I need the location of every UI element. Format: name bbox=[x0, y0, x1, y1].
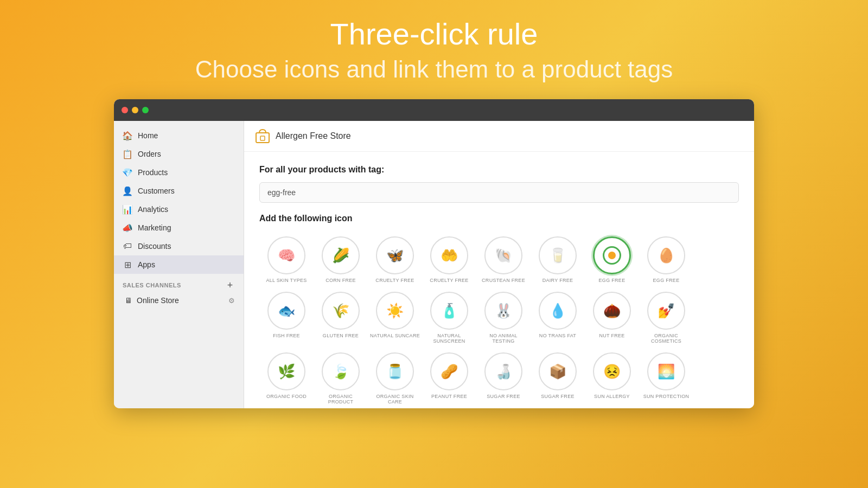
icon-circle-sugar-free-2: 📦 bbox=[539, 352, 577, 390]
icon-item-gluten-free[interactable]: 🌾GLUTEN FREE bbox=[314, 287, 368, 348]
icon-circle-cruelty-free-1: 🦋 bbox=[376, 236, 414, 274]
tag-input[interactable] bbox=[259, 182, 739, 203]
traffic-lights bbox=[122, 107, 149, 113]
orders-icon: 📋 bbox=[123, 149, 132, 159]
sidebar-item-analytics[interactable]: 📊 Analytics bbox=[114, 200, 244, 219]
icon-label-sun-protection: SUN PROTECTION bbox=[643, 394, 690, 399]
sidebar-item-discounts[interactable]: 🏷 Discounts bbox=[114, 237, 244, 255]
icon-label-natural-sunscreen: NATURAL SUNSCREEN bbox=[424, 333, 474, 344]
icon-label-all-skin-types: ALL SKIN TYPES bbox=[266, 278, 307, 283]
store-icon bbox=[255, 129, 270, 144]
icon-item-sun-allergy[interactable]: 😣SUN ALLERGY bbox=[585, 348, 639, 408]
sidebar-item-customers[interactable]: 👤 Customers bbox=[114, 182, 244, 200]
discounts-icon: 🏷 bbox=[123, 241, 132, 251]
icon-item-sugar-free-2[interactable]: 📦SUGAR FREE bbox=[531, 348, 585, 408]
icon-item-fish-free[interactable]: 🐟FISH FREE bbox=[259, 287, 314, 348]
icon-label-cruelty-free-2: CRUELTY FREE bbox=[430, 278, 468, 283]
icon-item-egg-free-1[interactable]: EGG FREE bbox=[585, 232, 639, 287]
icon-item-natural-sunscreen[interactable]: 🧴NATURAL SUNSCREEN bbox=[422, 287, 476, 348]
sidebar-item-orders-label: Orders bbox=[138, 150, 161, 158]
icon-item-organic-product[interactable]: 🍃ORGANIC PRODUCT bbox=[314, 348, 368, 408]
icon-circle-organic-skin-care: 🫙 bbox=[376, 352, 414, 390]
icon-label-organic-product: ORGANIC PRODUCT bbox=[316, 394, 366, 404]
svg-rect-1 bbox=[260, 136, 265, 140]
main-title: Three-click rule bbox=[0, 16, 868, 52]
icon-circle-organic-food: 🌿 bbox=[267, 352, 305, 390]
icon-item-no-trans-fat[interactable]: 💧NO TRANS FAT bbox=[531, 287, 585, 348]
sidebar-item-customers-label: Customers bbox=[138, 187, 175, 195]
online-store-settings-icon[interactable]: ⚙ bbox=[228, 297, 235, 305]
icon-item-crustean-free[interactable]: 🐚CRUSTEAN FREE bbox=[476, 232, 531, 287]
icon-circle-natural-suncare: ☀️ bbox=[376, 292, 414, 330]
icon-circle-gluten-free: 🌾 bbox=[322, 292, 360, 330]
sub-title: Choose icons and link them to a product … bbox=[0, 56, 868, 83]
online-store-left: 🖥 Online Store bbox=[125, 296, 179, 305]
sidebar-item-products-label: Products bbox=[138, 168, 168, 177]
maximize-button[interactable] bbox=[142, 107, 149, 113]
online-store-icon: 🖥 bbox=[125, 296, 132, 305]
icon-item-egg-free-2[interactable]: 🥚EGG FREE bbox=[639, 232, 693, 287]
icon-item-corn-free[interactable]: 🌽CORN FREE bbox=[314, 232, 368, 287]
sidebar-item-apps[interactable]: ⊞ Apps bbox=[114, 255, 244, 274]
close-button[interactable] bbox=[122, 107, 128, 113]
minimize-button[interactable] bbox=[132, 107, 138, 113]
main-content: Allergen Free Store For all your product… bbox=[244, 121, 754, 408]
icon-label-sugar-free-1: SUGAR FREE bbox=[487, 394, 520, 399]
icon-label-sun-allergy: SUN ALLERGY bbox=[594, 394, 630, 399]
icon-circle-nut-free: 🌰 bbox=[593, 292, 631, 330]
add-sales-channel-button[interactable]: + bbox=[225, 280, 235, 290]
icon-label-dairy-free: DAIRY FREE bbox=[542, 278, 573, 283]
icon-circle-egg-free-1 bbox=[593, 236, 631, 274]
icon-item-natural-suncare[interactable]: ☀️NATURAL SUNCARE bbox=[368, 287, 422, 348]
icon-item-cruelty-free-2[interactable]: 🤲CRUELTY FREE bbox=[422, 232, 476, 287]
sidebar-item-orders[interactable]: 📋 Orders bbox=[114, 145, 244, 163]
sidebar-item-discounts-label: Discounts bbox=[138, 242, 171, 251]
icon-circle-organic-cosmetics: 💅 bbox=[647, 292, 685, 330]
content-header: Allergen Free Store bbox=[244, 121, 754, 152]
icon-item-nut-free[interactable]: 🌰NUT FREE bbox=[585, 287, 639, 348]
icon-item-all-skin-types[interactable]: 🧠ALL SKIN TYPES bbox=[259, 232, 314, 287]
icon-item-dairy-free[interactable]: 🥛DAIRY FREE bbox=[531, 232, 585, 287]
svg-rect-0 bbox=[256, 133, 269, 143]
sidebar-item-home[interactable]: 🏠 Home bbox=[114, 126, 244, 145]
icon-circle-sun-protection: 🌅 bbox=[647, 352, 685, 390]
sales-channels-header: SALES CHANNELS + bbox=[114, 274, 244, 292]
icon-item-peanut-free[interactable]: 🥜PEANUT FREE bbox=[422, 348, 476, 408]
icon-item-sun-protection[interactable]: 🌅SUN PROTECTION bbox=[639, 348, 693, 408]
icon-item-cruelty-free-1[interactable]: 🦋CRUELTY FREE bbox=[368, 232, 422, 287]
icon-item-sugar-free-1[interactable]: 🍶SUGAR FREE bbox=[476, 348, 531, 408]
online-store-label: Online Store bbox=[137, 296, 179, 305]
home-icon: 🏠 bbox=[123, 131, 132, 140]
icon-circle-natural-sunscreen: 🧴 bbox=[430, 292, 468, 330]
title-bar bbox=[114, 99, 754, 121]
icon-item-organic-food[interactable]: 🌿ORGANIC FOOD bbox=[259, 348, 314, 408]
store-name: Allergen Free Store bbox=[276, 131, 351, 141]
sidebar-item-online-store[interactable]: 🖥 Online Store ⚙ bbox=[114, 292, 244, 309]
products-icon: 💎 bbox=[123, 168, 132, 177]
sidebar-item-analytics-label: Analytics bbox=[138, 205, 168, 214]
apps-icon: ⊞ bbox=[123, 260, 132, 269]
icon-circle-cruelty-free-2: 🤲 bbox=[430, 236, 468, 274]
icon-label-peanut-free: PEANUT FREE bbox=[431, 394, 467, 399]
icon-label-organic-food: ORGANIC FOOD bbox=[266, 394, 307, 399]
icon-item-no-animal-testing[interactable]: 🐰NO ANIMAL TESTING bbox=[476, 287, 531, 348]
icon-circle-dairy-free: 🥛 bbox=[539, 236, 577, 274]
icon-item-organic-cosmetics[interactable]: 💅ORGANIC COSMETICS bbox=[639, 287, 693, 348]
sidebar-item-marketing[interactable]: 📣 Marketing bbox=[114, 219, 244, 237]
icon-circle-all-skin-types: 🧠 bbox=[267, 236, 305, 274]
sidebar-item-apps-label: Apps bbox=[138, 260, 155, 269]
icon-circle-egg-free-2: 🥚 bbox=[647, 236, 685, 274]
icon-item-organic-skin-care[interactable]: 🫙ORGANIC SKIN CARE bbox=[368, 348, 422, 408]
customers-icon: 👤 bbox=[123, 186, 132, 196]
icon-circle-sun-allergy: 😣 bbox=[593, 352, 631, 390]
analytics-icon: 📊 bbox=[123, 204, 132, 214]
icon-circle-no-trans-fat: 💧 bbox=[539, 292, 577, 330]
icon-label-organic-skin-care: ORGANIC SKIN CARE bbox=[370, 394, 420, 404]
content-body: For all your products with tag: Add the … bbox=[244, 152, 754, 408]
app-body: 🏠 Home 📋 Orders 💎 Products 👤 Customers 📊… bbox=[114, 121, 754, 408]
icon-circle-peanut-free: 🥜 bbox=[430, 352, 468, 390]
sidebar-item-marketing-label: Marketing bbox=[138, 223, 171, 232]
icon-circle-fish-free: 🐟 bbox=[267, 292, 305, 330]
sidebar-item-products[interactable]: 💎 Products bbox=[114, 163, 244, 182]
icons-grid: 🧠ALL SKIN TYPES🌽CORN FREE🦋CRUELTY FREE🤲C… bbox=[259, 232, 739, 408]
